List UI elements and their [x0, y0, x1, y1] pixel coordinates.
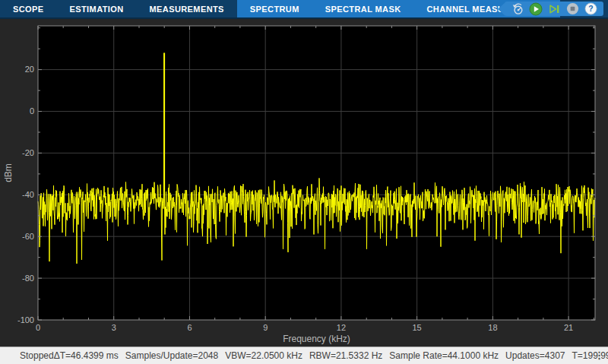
figure-area: 036912151821200-20-40-60-80-100Frequency… — [0, 19, 608, 347]
svg-text:-40: -40 — [22, 190, 34, 199]
svg-text:-60: -60 — [22, 232, 34, 241]
svg-text:0: 0 — [36, 323, 40, 332]
status-delta-t: ΔT=46.4399 ms — [54, 350, 119, 361]
status-updates: Updates=4307 — [505, 350, 565, 361]
x-axis-label: Frequency (kHz) — [283, 334, 350, 344]
run-full-speed-button[interactable] — [511, 2, 524, 16]
step-forward-button[interactable] — [547, 2, 561, 16]
spectrum-analyzer-window: SCOPE ESTIMATION MEASUREMENTS SPECTRUM S… — [0, 0, 608, 364]
svg-text:12: 12 — [337, 323, 346, 332]
svg-text:?: ? — [588, 5, 593, 13]
play-icon — [529, 2, 543, 16]
svg-text:-80: -80 — [22, 274, 34, 283]
stop-button[interactable] — [565, 2, 579, 16]
status-bar: Stopped ΔT=46.4399 ms Samples/Update=204… — [0, 347, 608, 364]
svg-text:21: 21 — [564, 323, 573, 332]
svg-text:15: 15 — [412, 323, 421, 332]
run-controls-body: ? — [505, 2, 603, 16]
run-controls-cluster: ? — [498, 2, 603, 16]
tab-measurements[interactable]: MEASUREMENTS — [137, 0, 237, 17]
spectrum-plot[interactable]: 036912151821200-20-40-60-80-100Frequency… — [0, 19, 608, 347]
svg-text:20: 20 — [25, 65, 34, 74]
svg-text:-20: -20 — [22, 148, 34, 157]
svg-text:9: 9 — [263, 323, 268, 332]
question-icon: ? — [584, 2, 597, 15]
step-forward-icon — [547, 2, 561, 16]
x-tick-labels: 036912151821 — [36, 323, 573, 332]
status-stats: ΔT=46.4399 ms Samples/Update=2048 VBW=22… — [54, 350, 608, 361]
status-rbw: RBW=21.5332 Hz — [309, 350, 382, 361]
tab-spectral-mask[interactable]: SPECTRAL MASK — [312, 0, 414, 17]
y-axis-label: dBm — [3, 163, 14, 182]
svg-text:6: 6 — [187, 323, 192, 332]
tab-estimation[interactable]: ESTIMATION — [57, 0, 137, 17]
status-samples-per-update: Samples/Update=2048 — [125, 350, 218, 361]
svg-text:3: 3 — [112, 323, 116, 332]
help-button[interactable]: ? — [584, 2, 597, 16]
stop-icon — [566, 2, 579, 15]
tab-spectrum[interactable]: SPECTRUM — [237, 0, 312, 17]
tab-scope[interactable]: SCOPE — [0, 0, 57, 17]
status-sample-rate: Sample Rate=44.1000 kHz — [389, 350, 499, 361]
svg-text:-100: -100 — [17, 315, 34, 324]
run-button[interactable] — [529, 2, 543, 16]
overflow-menu-icon[interactable]: ⋮ — [594, 350, 604, 361]
toolstrip-tab-bar: SCOPE ESTIMATION MEASUREMENTS SPECTRUM S… — [0, 0, 608, 19]
status-state: Stopped — [20, 350, 54, 361]
svg-text:0: 0 — [30, 106, 34, 116]
status-vbw: VBW=22.0500 kHz — [225, 350, 302, 361]
svg-text:18: 18 — [488, 323, 497, 332]
gauge-icon — [511, 2, 524, 15]
y-tick-labels: 200-20-40-60-80-100 — [17, 65, 34, 324]
